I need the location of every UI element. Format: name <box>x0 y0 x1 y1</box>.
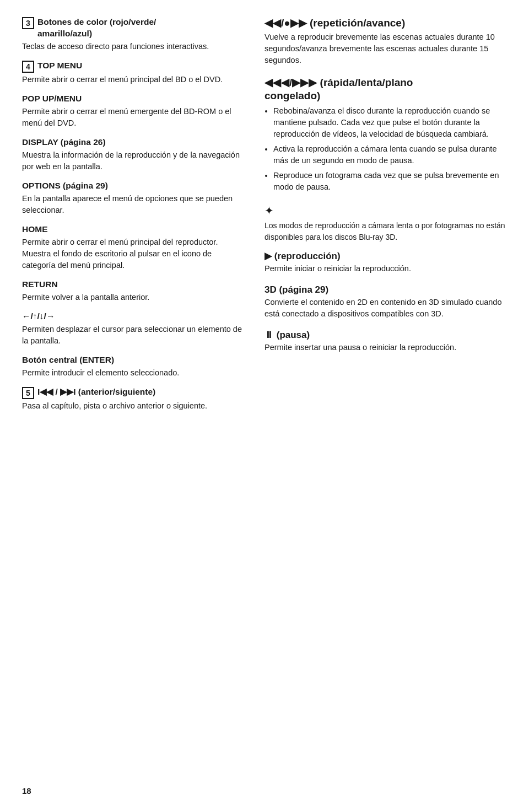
slow-fast-item-2: Activa la reproducción a cámara lenta cu… <box>273 143 507 166</box>
section-options: OPTIONS (página 29) En la pantalla apare… <box>22 180 242 216</box>
display-body: Muestra la información de la reproducció… <box>22 149 242 173</box>
section-arrows: ←/↑/↓/→ Permiten desplazar el cursor par… <box>22 311 242 347</box>
left-column: 3 Botones de color (rojo/verde/amarillo/… <box>22 17 259 420</box>
number-box-3: 3 <box>22 17 34 29</box>
home-body: Permite abrir o cerrar el menú principal… <box>22 236 242 271</box>
section-display: DISPLAY (página 26) Muestra la informaci… <box>22 137 242 173</box>
slow-fast-item-1: Rebobina/avanza el disco durante la repr… <box>273 105 507 140</box>
section-color-buttons: 3 Botones de color (rojo/verde/amarillo/… <box>22 17 242 52</box>
color-buttons-title: Botones de color (rojo/verde/amarillo/az… <box>37 17 156 40</box>
section-pause: ⏸ (pausa) Permite insertar una pausa o r… <box>264 330 507 353</box>
play-title: ▶ (reproducción) <box>264 250 507 262</box>
right-column: ◀◀/●▶▶ (repetición/avance) Vuelve a repr… <box>259 17 507 420</box>
popup-menu-title: POP UP/MENU <box>22 93 242 105</box>
slow-fast-item-3: Reproduce un fotograma cada vez que se p… <box>273 170 507 193</box>
tip-icon: ✦ <box>264 203 274 219</box>
prev-next-title: I◀◀ / ▶▶I (anterior/siguiente) <box>37 386 155 398</box>
popup-menu-body: Permite abrir o cerrar el menú emergente… <box>22 106 242 129</box>
section-3d: 3D (página 29) Convierte el contenido en… <box>264 284 507 320</box>
page-number: 18 <box>22 786 31 795</box>
top-menu-title: TOP MENU <box>37 60 82 72</box>
pause-body: Permite insertar una pausa o reiniciar l… <box>264 342 507 353</box>
arrows-title: ←/↑/↓/→ <box>22 311 242 322</box>
home-title: HOME <box>22 224 242 235</box>
prev-next-body: Pasa al capítulo, pista o archivo anteri… <box>22 400 242 412</box>
pause-title: ⏸ (pausa) <box>264 330 507 341</box>
section-repeat-advance: ◀◀/●▶▶ (repetición/avance) Vuelve a repr… <box>264 17 507 66</box>
number-box-5: 5 <box>22 387 34 399</box>
3d-title: 3D (página 29) <box>264 284 507 295</box>
section-return: RETURN Permite volver a la pantalla ante… <box>22 279 242 303</box>
enter-title: Botón central (ENTER) <box>22 354 242 366</box>
number-box-4: 4 <box>22 61 34 73</box>
3d-body: Convierte el contenido en 2D en contenid… <box>264 297 507 320</box>
return-body: Permite volver a la pantalla anterior. <box>22 292 242 303</box>
repeat-advance-title: ◀◀/●▶▶ (repetición/avance) <box>264 17 507 30</box>
section-popup-menu: POP UP/MENU Permite abrir o cerrar el me… <box>22 93 242 129</box>
section-home: HOME Permite abrir o cerrar el menú prin… <box>22 224 242 271</box>
options-body: En la pantalla aparece el menú de opcion… <box>22 193 242 216</box>
section-prev-next: 5 I◀◀ / ▶▶I (anterior/siguiente) Pasa al… <box>22 386 242 412</box>
arrows-body: Permiten desplazar el cursor para selecc… <box>22 324 242 347</box>
play-body: Permite iniciar o reiniciar la reproducc… <box>264 263 507 275</box>
slow-fast-title: ◀◀◀/▶▶▶ (rápida/lenta/planocongelado) <box>264 76 507 103</box>
slow-fast-list: Rebobina/avanza el disco durante la repr… <box>264 105 507 193</box>
tip-box: ✦ Los modos de reproducción a cámara len… <box>264 203 507 243</box>
return-title: RETURN <box>22 279 242 291</box>
top-menu-body: Permite abrir o cerrar el menú principal… <box>22 74 242 85</box>
repeat-advance-body: Vuelve a reproducir brevemente las escen… <box>264 31 507 66</box>
display-title: DISPLAY (página 26) <box>22 137 242 148</box>
section-slow-fast: ◀◀◀/▶▶▶ (rápida/lenta/planocongelado) Re… <box>264 76 507 193</box>
section-top-menu: 4 TOP MENU Permite abrir o cerrar el men… <box>22 60 242 85</box>
section-enter: Botón central (ENTER) Permite introducir… <box>22 354 242 379</box>
section-play: ▶ (reproducción) Permite iniciar o reini… <box>264 250 507 275</box>
enter-body: Permite introducir el elemento seleccion… <box>22 367 242 379</box>
options-title: OPTIONS (página 29) <box>22 180 242 192</box>
color-buttons-body: Teclas de acceso directo para funciones … <box>22 41 242 52</box>
